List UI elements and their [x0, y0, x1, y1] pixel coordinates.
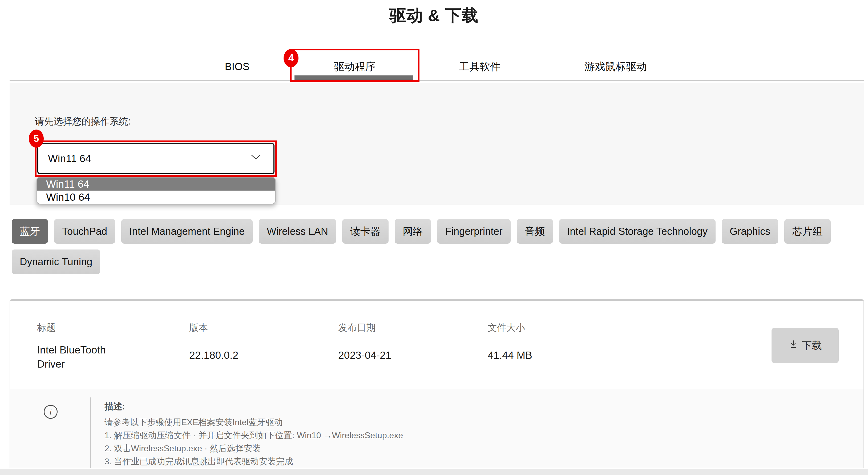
category-chip-audio[interactable]: 音频	[517, 219, 553, 244]
description-text: 描述: 请参考以下步骤使用EXE档案安装Intel蓝牙驱动 1. 解压缩驱动压缩…	[104, 400, 403, 468]
description-section: i 描述: 请参考以下步骤使用EXE档案安装Intel蓝牙驱动 1. 解压缩驱动…	[10, 389, 864, 468]
chevron-down-icon	[250, 154, 261, 161]
description-line: 请参考以下步骤使用EXE档案安装Intel蓝牙驱动	[104, 416, 403, 429]
category-chip-intel-management-engine[interactable]: Intel Management Engine	[121, 219, 253, 244]
table-header-version: 版本	[189, 322, 208, 334]
category-chip-bluetooth[interactable]: 蓝牙	[12, 219, 48, 244]
category-chip-network[interactable]: 网络	[395, 219, 431, 244]
driver-version: 22.180.0.2	[189, 350, 238, 361]
os-option-win10-64[interactable]: Win10 64	[37, 190, 275, 204]
category-chip-wireless-lan[interactable]: Wireless LAN	[259, 219, 336, 244]
table-header-title: 标题	[37, 322, 56, 334]
tab-gaming-mouse-driver[interactable]: 游戏鼠标驱动	[549, 53, 682, 80]
description-line: 1. 解压缩驱动压缩文件 · 并开启文件夹到如下位置: Win10 →Wirel…	[104, 429, 403, 442]
info-icon: i	[44, 405, 58, 419]
category-chip-chipset[interactable]: 芯片组	[784, 219, 831, 244]
os-selector-label: 请先选择您的操作系统:	[35, 115, 131, 128]
annotation-box-drivers-tab	[290, 49, 420, 82]
download-icon	[788, 339, 799, 352]
driver-title: Intel BlueTooth Driver	[37, 343, 122, 371]
page-title: 驱动 & 下载	[0, 4, 868, 27]
os-select-dropdown: Win11 64 Win10 64	[36, 177, 276, 204]
description-line: 3. 当作业已成功完成讯息跳出即代表驱动安装完成	[104, 455, 403, 468]
bottom-strip	[0, 469, 868, 475]
category-chip-fingerprinter[interactable]: Fingerprinter	[437, 219, 510, 244]
description-divider	[90, 397, 91, 468]
os-option-win11-64[interactable]: Win11 64	[37, 178, 275, 190]
driver-release-date: 2023-04-21	[338, 350, 392, 361]
download-button-label: 下载	[802, 339, 822, 352]
category-chip-graphics[interactable]: Graphics	[722, 219, 778, 244]
os-select-value: Win11 64	[38, 153, 91, 165]
annotation-badge-4: 4	[284, 49, 299, 67]
driver-card: 标题 版本 发布日期 文件大小 Intel BlueTooth Driver 2…	[9, 299, 864, 468]
category-chip-touchpad[interactable]: TouchPad	[54, 219, 115, 244]
table-header-file-size: 文件大小	[488, 322, 525, 334]
download-button[interactable]: 下载	[772, 328, 839, 363]
category-chip-list: 蓝牙 TouchPad Intel Management Engine Wire…	[12, 219, 859, 274]
table-header-release-date: 发布日期	[338, 322, 375, 334]
category-chip-dynamic-tuning[interactable]: Dynamic Tuning	[12, 249, 100, 274]
tab-utilities[interactable]: 工具软件	[426, 53, 533, 80]
category-chip-intel-rapid-storage-technology[interactable]: Intel Rapid Storage Technology	[559, 219, 716, 244]
description-heading: 描述:	[104, 400, 403, 413]
tabs-divider	[9, 80, 864, 81]
os-select[interactable]: Win11 64	[37, 143, 275, 174]
category-chip-card-reader[interactable]: 读卡器	[342, 219, 389, 244]
description-line: 2. 双击WirelessSetup.exe · 然后选择安装	[104, 442, 403, 455]
tab-bios[interactable]: BIOS	[203, 53, 272, 80]
driver-file-size: 41.44 MB	[488, 350, 532, 361]
annotation-badge-5: 5	[29, 129, 44, 148]
